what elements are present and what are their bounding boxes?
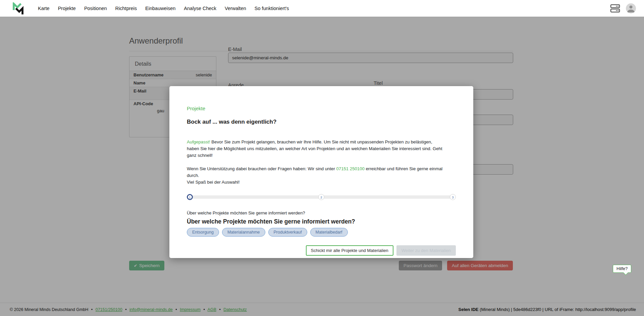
user-avatar-icon[interactable] — [626, 3, 636, 13]
step-3-indicator: 3 — [450, 194, 456, 200]
nav-item-einbauweisen[interactable]: Einbauweisen — [145, 6, 175, 11]
question-label: Über welche Projekte möchten Sie gerne i… — [187, 210, 456, 215]
aufgepasst-highlight: Aufgepasst! — [187, 139, 210, 144]
modal-actions: Schickt mir alle Projekte und Materialie… — [187, 245, 456, 256]
nav-item-positionen[interactable]: Positionen — [84, 6, 107, 11]
pill-produktverkauf[interactable]: Produktverkauf — [268, 228, 307, 237]
intro-text: Bevor Sie zum Projekt gelangen, brauchen… — [187, 139, 442, 158]
pill-materialbedarf[interactable]: Materialbedarf — [310, 228, 348, 237]
nav-item-verwalten[interactable]: Verwalten — [225, 6, 246, 11]
support-text-line2: Viel Spaß bei der Auswahl! — [187, 180, 239, 185]
nav-item-analyse-check[interactable]: Analyse Check — [184, 6, 216, 11]
step-2-indicator: 2 — [318, 194, 324, 200]
nav-item-projekte[interactable]: Projekte — [58, 6, 76, 11]
modal-kicker: Projekte — [187, 106, 456, 111]
question-heading: Über welche Projekte möchten Sie gerne i… — [187, 218, 456, 225]
projekte-dialog: Projekte Bock auf ... was denn eigentlic… — [169, 86, 473, 258]
wizard-stepper: 1 2 3 — [187, 194, 456, 200]
mineral-minds-logo-icon[interactable] — [12, 2, 24, 14]
modal-support-paragraph: Wenn Sie Unterstützung dabei brauchen od… — [187, 166, 445, 186]
nav-item-so-funktionierts[interactable]: So funktioniert's — [255, 6, 289, 11]
main-navigation: Karte Projekte Positionen Richtpreis Ein… — [38, 6, 289, 11]
next-materials-button[interactable]: Weiter zu den Materialien — [396, 245, 456, 256]
all-projects-button[interactable]: Schickt mir alle Projekte und Materialie… — [306, 245, 393, 256]
phone-link[interactable]: 07151 250100 — [336, 166, 364, 171]
nav-item-richtpreis[interactable]: Richtpreis — [115, 6, 137, 11]
project-type-options: Entsorgung Materialannahme Produktverkau… — [187, 228, 456, 237]
step-1-indicator: 1 — [187, 194, 193, 200]
pill-entsorgung[interactable]: Entsorgung — [187, 228, 219, 237]
pill-materialannahme[interactable]: Materialannahme — [222, 228, 265, 237]
nav-item-karte[interactable]: Karte — [38, 6, 50, 11]
modal-intro-paragraph: Aufgepasst! Bevor Sie zum Projekt gelang… — [187, 139, 445, 159]
modal-title: Bock auf ... was denn eigentlich? — [187, 119, 456, 125]
help-bubble[interactable]: Hilfe? — [613, 265, 631, 273]
server-rack-icon[interactable] — [610, 4, 621, 13]
support-text: Wenn Sie Unterstützung dabei brauchen od… — [187, 166, 336, 171]
top-navbar: Karte Projekte Positionen Richtpreis Ein… — [0, 0, 644, 17]
